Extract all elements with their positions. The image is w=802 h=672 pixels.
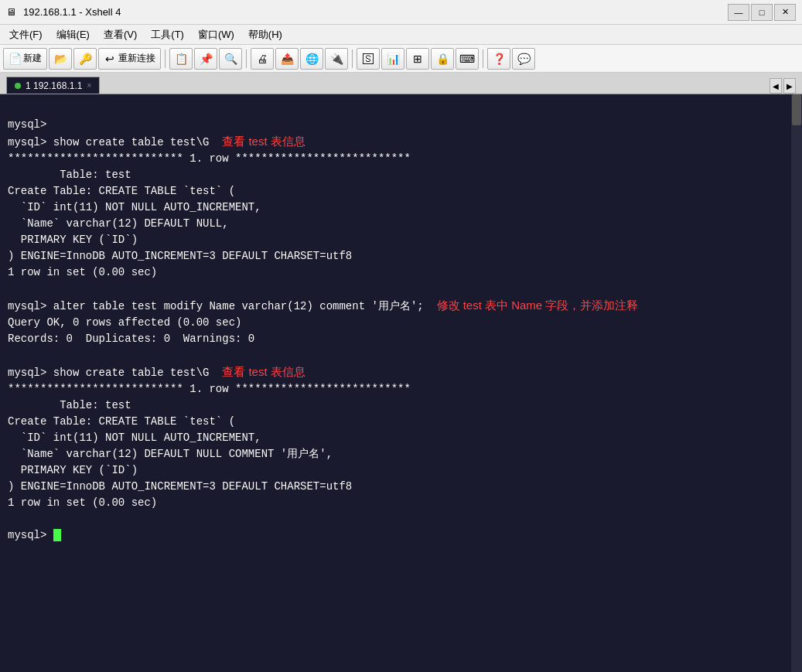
session-tab[interactable]: 1 192.168.1.1 × bbox=[6, 77, 100, 94]
reconnect-icon: ↩ bbox=[104, 53, 116, 65]
tab-bar: 1 192.168.1.1 × ◀ ▶ bbox=[0, 73, 802, 94]
new-icon: 📄 bbox=[9, 53, 21, 65]
paste-button[interactable]: 📌 bbox=[194, 48, 217, 70]
grid-icon: ⊞ bbox=[411, 53, 424, 65]
tab-label: 1 192.168.1.1 bbox=[26, 80, 82, 91]
keyboard-button[interactable]: ⌨ bbox=[456, 48, 479, 70]
window-controls: — □ ✕ bbox=[728, 4, 796, 21]
chat-icon: 💬 bbox=[517, 53, 530, 65]
plugin-icon: 🔌 bbox=[330, 53, 343, 65]
name-line-1: `Name` varchar(12) DEFAULT NULL, bbox=[8, 217, 229, 230]
table-label-1: Table: test bbox=[8, 169, 131, 181]
menu-view[interactable]: 查看(V) bbox=[97, 26, 143, 43]
tab-prev-button[interactable]: ◀ bbox=[770, 78, 782, 94]
scrollbar-thumb[interactable] bbox=[792, 94, 801, 125]
terminal-content: mysql> mysql> show create table test\G 查… bbox=[8, 101, 794, 560]
print-icon: 🖨 bbox=[256, 53, 268, 65]
tab-close-button[interactable]: × bbox=[87, 81, 91, 90]
records-line: Records: 0 Duplicates: 0 Warnings: 0 bbox=[8, 333, 254, 345]
tab-next-button[interactable]: ▶ bbox=[783, 78, 796, 94]
monitor-button[interactable]: 📊 bbox=[381, 48, 404, 70]
terminal-window[interactable]: mysql> mysql> show create table test\G 查… bbox=[0, 94, 802, 672]
s-button[interactable]: 🅂 bbox=[357, 48, 380, 70]
create-label-1: Create Table: CREATE TABLE `test` ( bbox=[8, 185, 235, 197]
toolbar-separator-3 bbox=[352, 49, 353, 68]
copy-button[interactable]: 📋 bbox=[169, 48, 193, 70]
window-title: 192.168.1.1 - Xshell 4 bbox=[23, 6, 121, 18]
chat-button[interactable]: 💬 bbox=[512, 48, 535, 70]
prompt-line1: mysql> mysql> show create table test\G bbox=[8, 118, 222, 148]
lock-button[interactable]: 🔒 bbox=[431, 48, 454, 70]
name-line-2: `Name` varchar(12) DEFAULT NULL COMMENT … bbox=[8, 448, 333, 460]
close-button[interactable]: ✕ bbox=[774, 4, 796, 21]
annotation-3: 查看 test 表信息 bbox=[222, 365, 305, 378]
engine-line-2: ) ENGINE=InnoDB AUTO_INCREMENT=3 DEFAULT… bbox=[8, 480, 352, 493]
menu-window[interactable]: 窗口(W) bbox=[192, 26, 241, 43]
tab-navigation: ◀ ▶ bbox=[770, 78, 796, 94]
row-set-2: 1 row in set (0.00 sec) bbox=[8, 496, 157, 509]
toolbar-separator-1 bbox=[165, 49, 166, 68]
cursor bbox=[53, 529, 61, 541]
help-icon: ❓ bbox=[493, 53, 505, 65]
new-label: 新建 bbox=[23, 52, 42, 65]
terminal-scrollbar[interactable] bbox=[791, 94, 802, 672]
menu-tools[interactable]: 工具(T) bbox=[145, 26, 190, 43]
key-icon: 🔑 bbox=[79, 53, 91, 65]
final-prompt: mysql> bbox=[8, 529, 61, 541]
transfer-icon: 📤 bbox=[281, 53, 293, 65]
menu-bar: 文件(F) 编辑(E) 查看(V) 工具(T) 窗口(W) 帮助(H) bbox=[0, 25, 802, 45]
divider-1: *************************** 1. row *****… bbox=[8, 152, 411, 165]
help-button[interactable]: ❓ bbox=[487, 48, 510, 70]
open-button[interactable]: 📂 bbox=[49, 48, 72, 70]
reconnect-button[interactable]: ↩ 重新连接 bbox=[98, 48, 161, 70]
title-bar: 🖥 192.168.1.1 - Xshell 4 — □ ✕ bbox=[0, 0, 802, 25]
new-button[interactable]: 📄 新建 bbox=[3, 48, 47, 70]
monitor-icon: 📊 bbox=[387, 53, 399, 65]
search-icon: 🔍 bbox=[224, 53, 237, 65]
maximize-button[interactable]: □ bbox=[751, 4, 773, 21]
id-line-2: `ID` int(11) NOT NULL AUTO_INCREMENT, bbox=[8, 432, 261, 444]
alter-cmd: mysql> alter table test modify Name varc… bbox=[8, 300, 424, 312]
prompt-line2: mysql> show create table test\G bbox=[8, 367, 222, 379]
copy-icon: 📋 bbox=[175, 53, 187, 65]
tab-status-dot bbox=[15, 83, 21, 89]
globe-button[interactable]: 🌐 bbox=[300, 48, 323, 70]
table-label-2: Table: test bbox=[8, 399, 131, 411]
plugin-button[interactable]: 🔌 bbox=[325, 48, 348, 70]
divider-2: *************************** 1. row *****… bbox=[8, 383, 411, 395]
toolbar: 📄 新建 📂 🔑 ↩ 重新连接 📋 📌 🔍 🖨 📤 🌐 🔌 🅂 📊 ⊞ bbox=[0, 45, 802, 73]
search-button[interactable]: 🔍 bbox=[219, 48, 242, 70]
keyboard-icon: ⌨ bbox=[461, 53, 473, 65]
create-label-2: Create Table: CREATE TABLE `test` ( bbox=[8, 415, 235, 428]
query-ok: Query OK, 0 rows affected (0.00 sec) bbox=[8, 316, 241, 329]
open-icon: 📂 bbox=[54, 53, 67, 65]
s-icon: 🅂 bbox=[362, 53, 374, 65]
minimize-button[interactable]: — bbox=[728, 4, 749, 21]
paste-icon: 📌 bbox=[200, 53, 212, 65]
toolbar-separator-2 bbox=[246, 49, 247, 68]
reconnect-label: 重新连接 bbox=[118, 52, 155, 65]
app-icon: 🖥 bbox=[6, 6, 19, 19]
menu-edit[interactable]: 编辑(E) bbox=[50, 26, 96, 43]
row-set-1: 1 row in set (0.00 sec) bbox=[8, 266, 157, 278]
menu-file[interactable]: 文件(F) bbox=[3, 26, 49, 43]
annotation-1: 查看 test 表信息 bbox=[222, 135, 305, 148]
key-button[interactable]: 🔑 bbox=[73, 48, 97, 70]
annotation-2: 修改 test 表中 Name 字段，并添加注释 bbox=[437, 298, 639, 312]
lock-icon: 🔒 bbox=[436, 53, 449, 65]
id-line-1: `ID` int(11) NOT NULL AUTO_INCREMENT, bbox=[8, 201, 261, 213]
globe-icon: 🌐 bbox=[305, 53, 318, 65]
primary-line-2: PRIMARY KEY (`ID`) bbox=[8, 464, 138, 476]
engine-line-1: ) ENGINE=InnoDB AUTO_INCREMENT=3 DEFAULT… bbox=[8, 250, 352, 262]
primary-line-1: PRIMARY KEY (`ID`) bbox=[8, 234, 138, 246]
toolbar-separator-4 bbox=[483, 49, 483, 68]
grid-button[interactable]: ⊞ bbox=[406, 48, 429, 70]
title-bar-left: 🖥 192.168.1.1 - Xshell 4 bbox=[6, 6, 121, 19]
menu-help[interactable]: 帮助(H) bbox=[242, 26, 288, 43]
transfer-button[interactable]: 📤 bbox=[275, 48, 299, 70]
print-button[interactable]: 🖨 bbox=[251, 48, 274, 70]
